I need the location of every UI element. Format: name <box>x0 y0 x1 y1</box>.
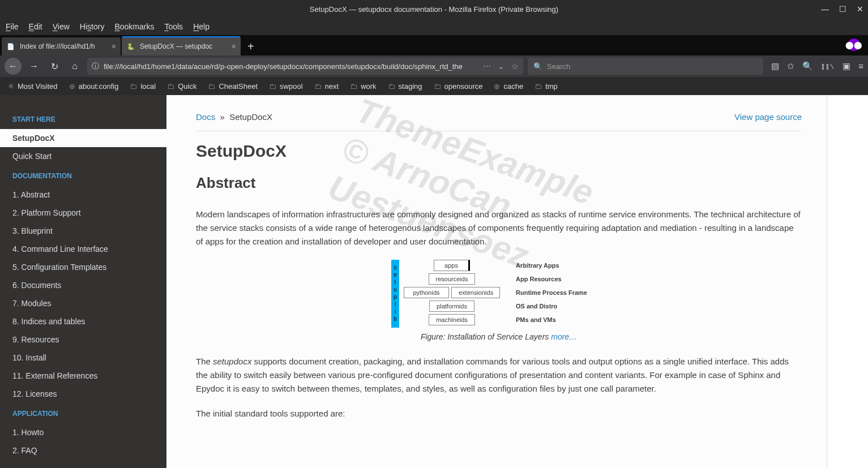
sidebar-item-6-documents[interactable]: 6. Documents <box>0 276 166 294</box>
menu-icon[interactable]: ≡ <box>858 61 863 71</box>
library-icon[interactable]: ⫿⫿⧵ <box>821 61 835 71</box>
close-icon[interactable]: × <box>232 42 236 51</box>
tab-0[interactable]: 📄 Index of file:///local/hd1/h × <box>2 37 121 55</box>
abstract-paragraph-2: The setupdocx supports document creation… <box>196 355 802 396</box>
folder-icon: 🗀 <box>208 82 215 91</box>
back-button[interactable]: ← <box>5 58 22 75</box>
folder-icon: 🗀 <box>350 82 357 91</box>
sidebar-item-9-resources[interactable]: 9. Resources <box>0 330 166 349</box>
folder-icon: 🗀 <box>269 82 276 91</box>
breadcrumb: Docs » SetupDocX View page source <box>196 112 802 131</box>
sidebar-item-3-blueprint[interactable]: 3. Blueprint <box>0 222 166 240</box>
sidebar-item-8-indices-and-tables[interactable]: 8. Indices and tables <box>0 312 166 330</box>
abstract-paragraph-3: The initial standard tools supported are… <box>196 407 802 420</box>
bookmark-work[interactable]: 🗀work <box>350 82 376 91</box>
bookmark-cache[interactable]: ⊕cache <box>494 82 523 91</box>
diagram-row-label: Arbitrary Apps <box>516 262 606 269</box>
sidebar-item-11-external-references[interactable]: 11. External References <box>0 367 166 385</box>
section-abstract: Abstract <box>196 174 802 192</box>
bookmark-about-config[interactable]: ⊕about:config <box>69 82 119 91</box>
bookmark-quick[interactable]: 🗀Quick <box>167 82 196 91</box>
tab-label: Index of file:///local/hd1/h <box>20 42 107 50</box>
bookmark-most-visited[interactable]: ✳Most Visited <box>8 82 58 91</box>
bookmark-label: CheatSheet <box>219 82 258 91</box>
figure-more-link[interactable]: more… <box>551 332 577 341</box>
home-button[interactable]: ⌂ <box>67 58 83 74</box>
window-minimize-button[interactable]: — <box>821 5 829 14</box>
bookmark-label: local <box>140 82 156 91</box>
bookmark-label: staging <box>399 82 422 91</box>
bookmark-label: Quick <box>178 82 196 91</box>
sidebar-item-quick-start[interactable]: Quick Start <box>0 147 166 165</box>
sidebar-icon[interactable]: ▣ <box>843 61 850 71</box>
pocket-icon[interactable]: ⌄ <box>498 62 504 71</box>
menu-history[interactable]: History <box>80 22 105 31</box>
menu-tools[interactable]: Tools <box>164 22 183 31</box>
nav-bar: ← → ↻ ⌂ ⓘ file:///local/hd1/home1/data/a… <box>0 55 868 77</box>
window-title: SetupDocX — setupdocx documentation - Mo… <box>310 5 558 14</box>
sidebar-section-application: APPLICATION <box>0 403 166 423</box>
menu-bar: File Edit View History Bookmarks Tools H… <box>0 18 868 35</box>
close-icon[interactable]: × <box>112 42 116 51</box>
sidebar-item-2-platform-support[interactable]: 2. Platform Support <box>0 204 166 222</box>
find-icon[interactable]: 🔍 <box>802 61 813 71</box>
bookmark-staging[interactable]: 🗀staging <box>388 82 422 91</box>
info-icon[interactable]: ⓘ <box>92 61 99 71</box>
bookmark-cheatsheet[interactable]: 🗀CheatSheet <box>208 82 258 91</box>
diagram-box-extensionids: extensionids <box>451 287 500 298</box>
diagram-box-machineids: machineids <box>429 314 475 325</box>
reload-button[interactable]: ↻ <box>46 58 62 74</box>
diagram-row: resourceidsApp Resources <box>404 273 606 285</box>
bookmark-label: cache <box>503 82 523 91</box>
diagram-box-apps: apps <box>434 260 470 271</box>
abstract-paragraph-1: Modern landscapes of information infrast… <box>196 208 802 248</box>
bookmark-tmp[interactable]: 🗀tmp <box>535 82 558 91</box>
private-browsing-icon: ⬤⬤ <box>848 38 860 51</box>
window-maximize-button[interactable]: ☐ <box>839 5 846 14</box>
sidebar-item-2-faq[interactable]: 2. FAQ <box>0 441 166 460</box>
sidebar-item-1-abstract[interactable]: 1. Abstract <box>0 186 166 204</box>
bookmark-local[interactable]: 🗀local <box>130 82 156 91</box>
diagram-row-label: PMs and VMs <box>516 316 606 323</box>
bookmark-swpool[interactable]: 🗀swpool <box>269 82 302 91</box>
sidebar-item-10-install[interactable]: 10. Install <box>0 349 166 367</box>
sidebar-item-4-command-line-interface[interactable]: 4. Command Line Interface <box>0 240 166 258</box>
url-bar[interactable]: ⓘ file:///local/hd1/home1/data/acue/rd/p… <box>87 58 523 75</box>
diagram-row-label: OS and Distro <box>516 303 606 310</box>
menu-file[interactable]: File <box>6 22 19 31</box>
bookmarks-bar: ✳Most Visited⊕about:config🗀local🗀Quick🗀C… <box>0 77 868 95</box>
menu-help[interactable]: Help <box>193 22 209 31</box>
menu-view[interactable]: View <box>53 22 70 31</box>
window-close-button[interactable]: ✕ <box>857 5 863 14</box>
sidebar-section-start-here: START HERE <box>0 109 166 129</box>
diagram-row: appsArbitrary Apps <box>404 260 606 271</box>
menu-edit[interactable]: Edit <box>29 22 42 31</box>
view-page-source-link[interactable]: View page source <box>734 112 802 122</box>
menu-bookmarks[interactable]: Bookmarks <box>114 22 154 31</box>
new-tab-button[interactable]: + <box>247 37 254 55</box>
sidebar-item-12-licenses[interactable]: 12. Licenses <box>0 385 166 403</box>
bookmark-next[interactable]: 🗀next <box>314 82 339 91</box>
diagram-row-label: Runtime Process Frame <box>516 289 606 296</box>
tab-1[interactable]: 🐍 SetupDocX — setupdoc × <box>122 36 241 55</box>
search-bar[interactable]: 🔍 Search <box>528 58 763 75</box>
sidebar-item-1-howto[interactable]: 1. Howto <box>0 423 166 441</box>
bookmark-label: swpool <box>280 82 302 91</box>
globe-icon: ⊕ <box>69 82 75 91</box>
bookmark-label: about:config <box>79 82 119 91</box>
bookmark-star-icon[interactable]: ☆ <box>511 62 519 71</box>
bookmark-opensource[interactable]: 🗀opensource <box>434 82 483 91</box>
sidebar-item-setupdocx[interactable]: SetupDocX <box>0 129 166 147</box>
diagram-box-pythonids: pythonids <box>404 287 449 298</box>
breadcrumb-root[interactable]: Docs <box>196 112 215 122</box>
library-star-icon[interactable]: ✩ <box>787 61 794 71</box>
search-icon: 🔍 <box>533 62 542 71</box>
forward-button[interactable]: → <box>26 58 42 74</box>
python-icon: 🐍 <box>126 42 135 51</box>
sidebar-item-7-modules[interactable]: 7. Modules <box>0 294 166 312</box>
more-icon[interactable]: ⋯ <box>483 62 491 71</box>
diagram-row: machineidsPMs and VMs <box>404 314 606 325</box>
reader-icon[interactable]: ▤ <box>771 61 779 71</box>
sidebar-item-5-configuration-templates[interactable]: 5. Configuration Templates <box>0 258 166 276</box>
folder-icon: 🗀 <box>434 82 441 91</box>
